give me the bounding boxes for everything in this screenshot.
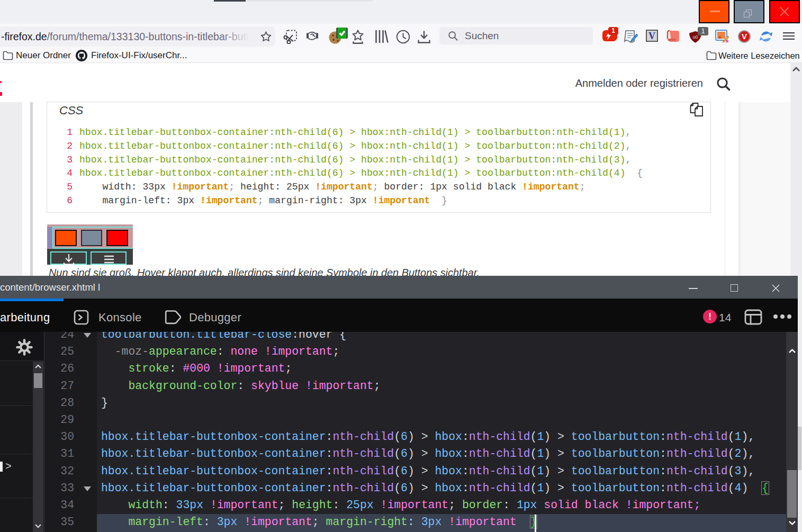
svg-text:u0: u0 bbox=[692, 34, 698, 40]
